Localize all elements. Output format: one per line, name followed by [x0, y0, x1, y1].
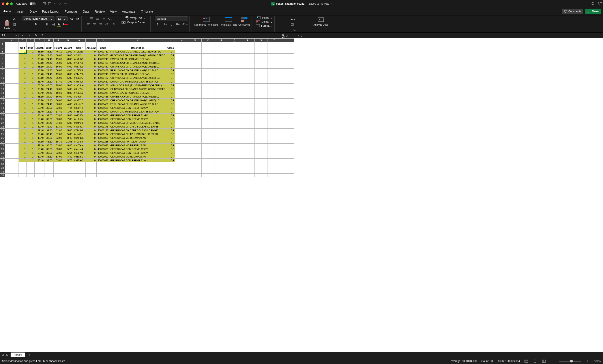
cell[interactable]: 36.00: [53, 65, 63, 69]
row-header[interactable]: 32: [0, 159, 5, 162]
cell[interactable]: GF: [166, 87, 175, 91]
cell[interactable]: 40001390: [97, 121, 109, 125]
cell[interactable]: #3ce77d: [73, 87, 85, 91]
cell[interactable]: #1e73be: [73, 84, 85, 87]
cell[interactable]: [5, 57, 19, 61]
cell[interactable]: [85, 174, 97, 177]
border-icon[interactable]: ⌄: [52, 22, 57, 27]
cell[interactable]: [281, 132, 294, 136]
cell[interactable]: 1: [19, 61, 27, 65]
cell[interactable]: 5.00: [63, 61, 73, 65]
cell[interactable]: [215, 155, 228, 159]
cell[interactable]: [5, 170, 19, 174]
cell[interactable]: [175, 114, 188, 117]
cell[interactable]: [228, 162, 241, 166]
cell[interactable]: 35.10: [35, 87, 45, 91]
increase-font-icon[interactable]: A▴: [69, 16, 74, 21]
cell[interactable]: [109, 42, 166, 46]
cell[interactable]: [267, 170, 281, 174]
merge-center-button[interactable]: Merge & Center ⌄: [122, 21, 149, 24]
cell[interactable]: 40001636: [97, 147, 109, 151]
cell[interactable]: 53.00: [53, 144, 63, 147]
cell[interactable]: [228, 110, 241, 114]
people-icon[interactable]: +: [597, 2, 601, 6]
cell[interactable]: [175, 46, 188, 50]
cell[interactable]: 5.00: [63, 65, 73, 69]
paste-button[interactable]: Paste: [3, 20, 10, 30]
cell[interactable]: 5.00: [63, 125, 73, 129]
cell[interactable]: [241, 76, 254, 80]
cell[interactable]: #e77d3a: [73, 114, 85, 117]
cell[interactable]: 40001661: [97, 80, 109, 84]
cell[interactable]: [85, 170, 97, 174]
cell[interactable]: [267, 50, 281, 54]
cell[interactable]: [281, 129, 294, 132]
cell[interactable]: [188, 151, 201, 155]
cell[interactable]: 40001175: [97, 125, 109, 129]
cell[interactable]: EMPDR CAJ MI BOLSAS C/EXHIBIDOR GV: [109, 110, 166, 114]
cell[interactable]: [175, 162, 188, 166]
cell[interactable]: [215, 136, 228, 140]
cell[interactable]: 40001168: [97, 84, 109, 87]
cell[interactable]: [254, 114, 267, 117]
cell[interactable]: FRRLLS CAJ CH GRANEL 4KG(8.82LB) LC: [109, 69, 166, 72]
cell[interactable]: [215, 129, 228, 132]
cell[interactable]: [188, 99, 201, 102]
cell[interactable]: [53, 42, 63, 46]
cell[interactable]: GF: [166, 102, 175, 106]
cell[interactable]: 8.00: [63, 72, 73, 76]
search-icon[interactable]: [591, 2, 595, 6]
cell[interactable]: 1: [27, 114, 35, 117]
cell[interactable]: [166, 42, 175, 46]
cell[interactable]: [188, 144, 201, 147]
cell[interactable]: 4.00: [63, 102, 73, 106]
cell[interactable]: [188, 54, 201, 57]
cell[interactable]: 1: [27, 91, 35, 95]
cell[interactable]: [175, 151, 188, 155]
col-header[interactable]: N: [188, 39, 201, 42]
cell[interactable]: [215, 106, 228, 110]
cell[interactable]: 5.00: [63, 54, 73, 57]
cell[interactable]: 1: [27, 121, 35, 125]
cell[interactable]: 39.40: [35, 125, 45, 129]
cell[interactable]: [228, 46, 241, 50]
cell[interactable]: 40001636: [97, 151, 109, 155]
cell[interactable]: GF: [166, 69, 175, 72]
cell[interactable]: 40000486: [97, 69, 109, 72]
cell[interactable]: 76.00: [35, 84, 45, 87]
cell[interactable]: [201, 99, 215, 102]
cell[interactable]: [175, 42, 188, 46]
cell[interactable]: GF: [166, 99, 175, 102]
close-icon[interactable]: [2, 2, 4, 5]
cell[interactable]: 36.00: [53, 76, 63, 80]
cell[interactable]: [215, 110, 228, 114]
cell[interactable]: [175, 166, 188, 170]
cell[interactable]: 0: [85, 140, 97, 144]
cell[interactable]: 17.40: [53, 110, 63, 114]
row-header[interactable]: 5: [0, 57, 5, 61]
cell[interactable]: 1: [19, 117, 27, 121]
cell[interactable]: 4.00: [63, 69, 73, 72]
cell[interactable]: [228, 174, 241, 177]
cell[interactable]: [267, 42, 281, 46]
cell[interactable]: [5, 155, 19, 159]
cell[interactable]: 12.00: [63, 50, 73, 54]
cell[interactable]: [201, 102, 215, 106]
cell[interactable]: [5, 76, 19, 80]
cell[interactable]: 42.40: [35, 155, 45, 159]
cell[interactable]: GENERI CAJ MD REEMP 24 AU: [109, 155, 166, 159]
cell[interactable]: [281, 140, 294, 144]
cell[interactable]: 0: [85, 95, 97, 99]
cell[interactable]: GENERI CAJ GDN REEMP 12 GV: [109, 117, 166, 121]
cell[interactable]: 36.00: [53, 99, 63, 102]
cell[interactable]: 5.88: [63, 114, 73, 117]
cell[interactable]: GF: [166, 147, 175, 151]
cell[interactable]: 17.40: [53, 80, 63, 84]
cell[interactable]: [188, 80, 201, 84]
cell[interactable]: #ce77d3: [73, 99, 85, 102]
cell[interactable]: GF: [166, 91, 175, 95]
cell[interactable]: [241, 170, 254, 174]
cell[interactable]: 1: [27, 87, 35, 91]
cell[interactable]: 5.78: [63, 147, 73, 151]
cell[interactable]: 1: [27, 155, 35, 159]
